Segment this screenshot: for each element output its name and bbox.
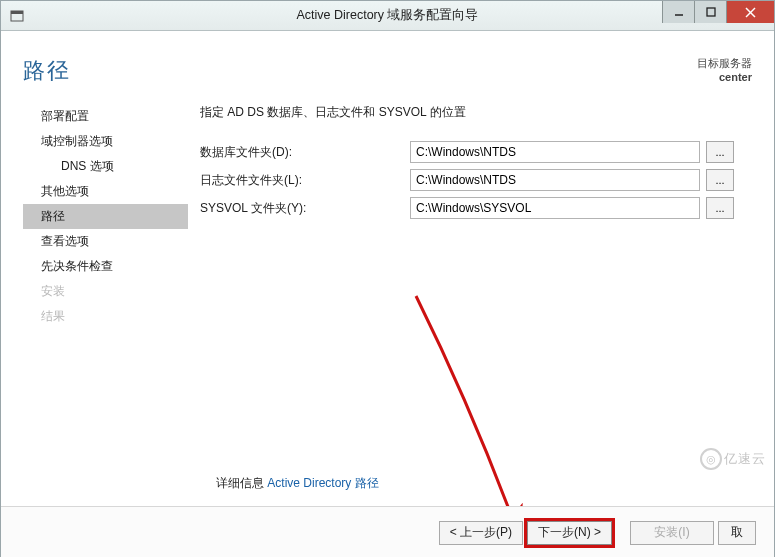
path-label-0: 数据库文件夹(D): — [200, 144, 410, 161]
path-input-1[interactable] — [410, 169, 700, 191]
more-info-link[interactable]: Active Directory 路径 — [267, 476, 378, 490]
sidebar-item-1[interactable]: 域控制器选项 — [23, 129, 188, 154]
target-server-box: 目标服务器 center — [697, 56, 752, 85]
watermark-icon: ◎ — [700, 448, 722, 470]
sidebar-item-8: 结果 — [23, 304, 188, 329]
cancel-button[interactable]: 取 — [718, 521, 756, 545]
section-description: 指定 AD DS 数据库、日志文件和 SYSVOL 的位置 — [200, 104, 752, 121]
sidebar-item-2[interactable]: DNS 选项 — [23, 154, 188, 179]
next-button[interactable]: 下一步(N) > — [527, 521, 612, 545]
target-server-name: center — [697, 70, 752, 84]
browse-button-0[interactable]: ... — [706, 141, 734, 163]
target-server-label: 目标服务器 — [697, 56, 752, 70]
window-title: Active Directory 域服务配置向导 — [1, 7, 774, 24]
titlebar: Active Directory 域服务配置向导 — [1, 1, 774, 31]
page-title: 路径 — [23, 56, 71, 86]
sidebar-item-6[interactable]: 先决条件检查 — [23, 254, 188, 279]
wizard-footer: < 上一步(P) 下一步(N) > 安装(I) 取 — [1, 506, 774, 557]
watermark: ◎ 亿速云 — [700, 448, 766, 470]
sidebar-item-0[interactable]: 部署配置 — [23, 104, 188, 129]
install-button: 安装(I) — [630, 521, 714, 545]
close-button[interactable] — [726, 1, 774, 23]
maximize-button[interactable] — [694, 1, 726, 23]
path-input-0[interactable] — [410, 141, 700, 163]
more-info-prefix: 详细信息 — [216, 476, 267, 490]
path-label-1: 日志文件文件夹(L): — [200, 172, 410, 189]
browse-button-1[interactable]: ... — [706, 169, 734, 191]
path-input-2[interactable] — [410, 197, 700, 219]
path-row-1: 日志文件文件夹(L):... — [200, 167, 752, 193]
app-icon — [7, 6, 27, 26]
sidebar-item-7: 安装 — [23, 279, 188, 304]
previous-button[interactable]: < 上一步(P) — [439, 521, 523, 545]
svg-rect-1 — [11, 11, 23, 14]
svg-rect-3 — [707, 8, 715, 16]
browse-button-2[interactable]: ... — [706, 197, 734, 219]
sidebar-item-4[interactable]: 路径 — [23, 204, 188, 229]
path-row-2: SYSVOL 文件夹(Y):... — [200, 195, 752, 221]
path-label-2: SYSVOL 文件夹(Y): — [200, 200, 410, 217]
wizard-sidebar: 部署配置域控制器选项DNS 选项其他选项路径查看选项先决条件检查安装结果 — [23, 104, 188, 474]
path-row-0: 数据库文件夹(D):... — [200, 139, 752, 165]
sidebar-item-3[interactable]: 其他选项 — [23, 179, 188, 204]
more-info-row: 详细信息 Active Directory 路径 — [216, 475, 379, 492]
minimize-button[interactable] — [662, 1, 694, 23]
sidebar-item-5[interactable]: 查看选项 — [23, 229, 188, 254]
watermark-text: 亿速云 — [724, 450, 766, 468]
